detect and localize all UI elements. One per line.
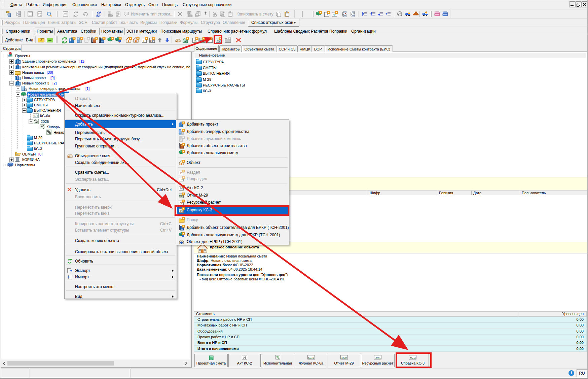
svg-text:КС-6: КС-6 [33,114,38,117]
svg-text:x: x [98,13,99,15]
svg-text:Р: Р [180,172,182,175]
svg-text:PDF: PDF [38,12,42,14]
